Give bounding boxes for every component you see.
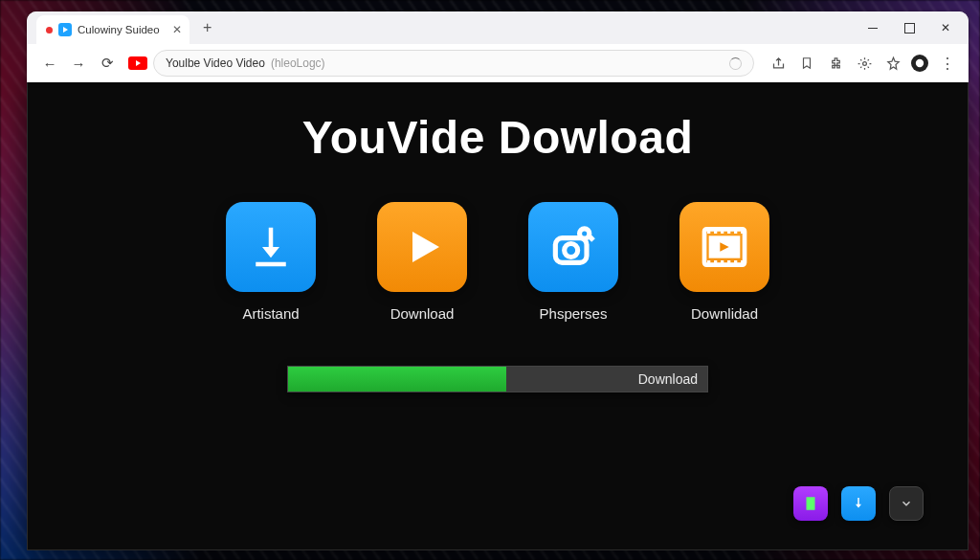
address-text: Youlbe Video Video	[166, 56, 265, 70]
tile-label: Downlidad	[691, 305, 758, 322]
progress-fill	[288, 367, 506, 392]
footer-download-button[interactable]	[841, 486, 876, 521]
nav-reload-button[interactable]: ⟳	[96, 52, 119, 75]
star-icon[interactable]	[882, 53, 903, 74]
browser-window: Culowiny Suideo ✕ + ← → ⟳ Youlbe Video V…	[27, 11, 969, 82]
toolbar: ← → ⟳ Youlbe Video Video (hleoLogc)	[27, 44, 969, 82]
site-youtube-icon	[128, 56, 147, 70]
footer-expand-button[interactable]	[889, 486, 924, 521]
tab-title: Culowiny Suideo	[78, 24, 160, 35]
nav-forward-button[interactable]: →	[67, 52, 90, 75]
tile-label: Artistand	[242, 305, 299, 322]
svg-point-1	[916, 59, 924, 67]
window-close-button[interactable]	[928, 14, 963, 41]
bookmark-icon[interactable]	[796, 53, 817, 74]
film-frame-icon	[679, 202, 769, 292]
download-arrow-icon	[226, 202, 316, 292]
window-minimize-button[interactable]	[856, 14, 890, 41]
play-icon	[377, 202, 467, 292]
page-content: YouVide Dowload Artistand Download	[27, 82, 969, 550]
tile-phsperses[interactable]: Phsperses	[528, 202, 618, 322]
share-icon[interactable]	[768, 53, 789, 74]
extension-icons: ⋮	[768, 53, 957, 74]
progress-bar[interactable]: Download	[287, 366, 708, 392]
address-bar[interactable]: Youlbe Video Video (hleoLogc)	[153, 50, 754, 77]
svg-point-4	[565, 244, 578, 258]
profile-avatar-icon[interactable]	[911, 55, 928, 72]
browser-tab-active[interactable]: Culowiny Suideo ✕	[36, 15, 189, 44]
page-title: YouVide Dowload	[302, 111, 693, 164]
tile-artistand[interactable]: Artistand	[226, 202, 316, 322]
tile-downlidad[interactable]: Downlidad	[679, 202, 769, 322]
window-maximize-button[interactable]	[892, 14, 926, 41]
footer-buttons	[793, 486, 924, 521]
tile-label: Download	[390, 305, 455, 322]
new-tab-button[interactable]: +	[197, 17, 217, 38]
extension-puzzle-icon[interactable]	[825, 53, 846, 74]
browser-menu-button[interactable]: ⋮	[936, 53, 957, 74]
tab-strip: Culowiny Suideo ✕ +	[27, 11, 969, 44]
tile-download[interactable]: Download	[377, 202, 467, 322]
tile-label: Phsperses	[540, 305, 608, 322]
nav-back-button[interactable]: ←	[38, 52, 61, 75]
tab-close-button[interactable]: ✕	[172, 23, 182, 36]
loading-spinner-icon	[729, 57, 742, 70]
address-hint: (hleoLogc)	[271, 56, 325, 70]
favicon-icon	[58, 23, 72, 36]
svg-point-0	[862, 61, 866, 65]
settings-gear-icon[interactable]	[854, 53, 875, 74]
footer-media-button[interactable]	[793, 486, 828, 521]
window-controls	[856, 11, 963, 44]
tile-row: Artistand Download Phsperses	[226, 202, 769, 322]
progress-label: Download	[506, 367, 707, 392]
recording-dot-icon	[46, 27, 53, 34]
camera-icon	[528, 202, 618, 292]
